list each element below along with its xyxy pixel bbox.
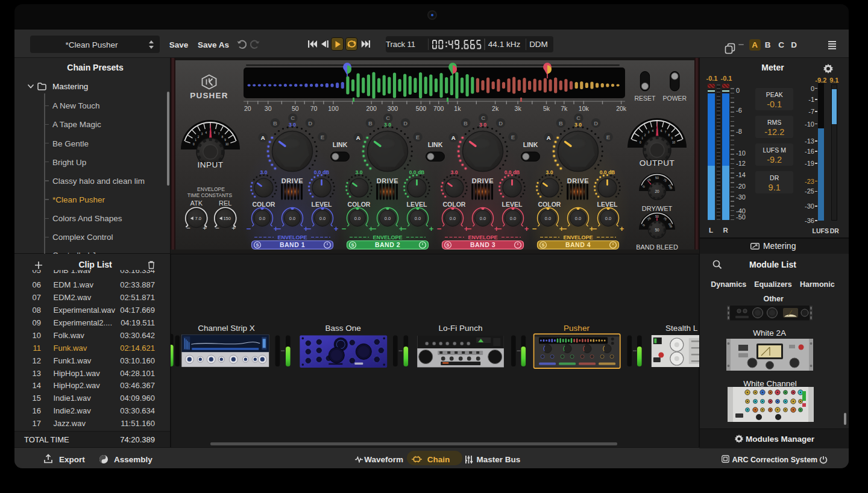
svg-text:0.0: 0.0 (480, 216, 486, 221)
svg-text:5k: 5k (543, 105, 550, 112)
svg-text:3.0: 3.0 (356, 169, 363, 175)
svg-text:E: E (606, 134, 610, 140)
svg-text:A: A (451, 134, 456, 141)
svg-text:150: 150 (223, 216, 231, 221)
svg-text:RESET: RESET (634, 95, 656, 102)
svg-text:10: 10 (225, 143, 229, 146)
svg-text:S: S (351, 242, 354, 248)
svg-text:−: − (532, 224, 537, 233)
svg-text:3k: 3k (515, 105, 522, 112)
svg-text:ENVELOPE: ENVELOPE (468, 234, 497, 240)
svg-text:0.0: 0.0 (545, 216, 551, 221)
svg-text:6: 6 (214, 131, 216, 134)
svg-text:D: D (308, 120, 312, 127)
svg-text:−: − (562, 224, 567, 233)
svg-text:7: 7 (665, 131, 667, 134)
svg-text:1: 1 (195, 139, 197, 142)
svg-text:3: 3 (201, 133, 203, 136)
svg-text:A: A (356, 134, 360, 141)
svg-text:+: + (429, 224, 434, 233)
svg-text:COLOR: COLOR (538, 201, 561, 208)
svg-text:4: 4 (652, 130, 653, 133)
svg-text:DRY/WET: DRY/WET (642, 205, 673, 212)
svg-text:DRIVE: DRIVE (472, 177, 494, 184)
svg-text:10: 10 (672, 141, 676, 144)
svg-text:8: 8 (668, 134, 670, 137)
svg-text:20k: 20k (616, 105, 627, 112)
svg-text:A: A (261, 134, 265, 141)
svg-text:0: 0 (193, 143, 195, 146)
svg-text:0.0: 0.0 (385, 216, 391, 221)
svg-text:500: 500 (416, 105, 427, 112)
svg-text:−: − (372, 224, 377, 233)
svg-text:LINK: LINK (333, 141, 348, 148)
svg-text:0.0: 0.0 (319, 216, 326, 221)
svg-text:D: D (403, 120, 407, 127)
svg-text:+: + (203, 224, 207, 231)
svg-text:C: C (576, 115, 580, 121)
svg-text:0.0: 0.0 (510, 216, 516, 221)
svg-text:0.0: 0.0 (415, 216, 421, 221)
svg-text:ENVELOPE: ENVELOPE (563, 234, 593, 240)
svg-text:3: 3 (648, 131, 650, 134)
svg-text:BAND 2: BAND 2 (375, 241, 400, 248)
svg-text:PUSHER: PUSHER (190, 91, 228, 100)
svg-text:−: − (277, 224, 281, 233)
svg-text:4: 4 (205, 131, 207, 134)
svg-text:OUTPUT: OUTPUT (640, 159, 675, 168)
svg-text:3.0: 3.0 (260, 169, 268, 175)
svg-text:−: − (593, 224, 597, 233)
svg-text:300: 300 (388, 105, 398, 112)
svg-text:6: 6 (661, 130, 662, 133)
svg-text:7: 7 (218, 133, 220, 136)
svg-text:0.0: 0.0 (259, 216, 265, 221)
svg-text:D: D (594, 120, 598, 127)
svg-text:+: + (231, 224, 236, 231)
svg-text:30: 30 (265, 105, 272, 112)
svg-text:COLOR: COLOR (253, 201, 275, 208)
svg-text:LEVEL: LEVEL (597, 201, 618, 208)
svg-text:C: C (481, 115, 485, 121)
svg-text:+: + (334, 224, 339, 233)
svg-text:700: 700 (433, 105, 444, 112)
svg-text:C: C (386, 115, 390, 121)
svg-text:−: − (307, 224, 312, 233)
svg-text:70: 70 (310, 105, 318, 112)
svg-text:−: − (437, 224, 442, 233)
svg-text:−: − (247, 224, 251, 233)
svg-text:−: − (467, 224, 472, 233)
svg-text:D: D (498, 120, 503, 127)
svg-text:3.0: 3.0 (546, 169, 553, 175)
svg-text:B: B (273, 120, 277, 127)
svg-text:2: 2 (644, 134, 646, 137)
svg-text:B: B (464, 120, 468, 127)
svg-text:COLOR: COLOR (443, 201, 466, 208)
svg-text:−: − (215, 224, 219, 231)
svg-text:ATK: ATK (190, 199, 203, 207)
svg-text:TIME CONSTANTS: TIME CONSTANTS (187, 192, 233, 198)
svg-text:50: 50 (655, 228, 659, 232)
svg-text:+: + (524, 224, 529, 233)
svg-text:7k: 7k (561, 105, 568, 112)
svg-text:0.0: 0.0 (450, 216, 456, 221)
svg-text:S: S (446, 242, 449, 248)
svg-text:LINK: LINK (523, 141, 538, 148)
svg-text:DRIVE: DRIVE (377, 177, 399, 184)
svg-text:ENVELOPE: ENVELOPE (373, 234, 402, 240)
svg-text:1: 1 (641, 137, 643, 140)
svg-text:BAND 4: BAND 4 (565, 241, 591, 248)
svg-text:7.0: 7.0 (195, 216, 201, 221)
svg-text:COLOR: COLOR (348, 201, 371, 208)
svg-text:0.0: 0.0 (354, 216, 360, 221)
svg-text:+: + (620, 224, 624, 233)
svg-text:200: 200 (366, 105, 377, 112)
svg-text:3.0: 3.0 (451, 169, 458, 175)
svg-text:LINK: LINK (428, 141, 443, 148)
svg-text:B: B (368, 120, 373, 127)
svg-text:DRIVE: DRIVE (567, 177, 590, 184)
svg-text:20: 20 (244, 105, 251, 112)
svg-text:50: 50 (292, 105, 299, 112)
svg-text:−: − (497, 224, 502, 233)
svg-text:−: − (186, 224, 190, 231)
svg-text:−: − (402, 224, 407, 233)
